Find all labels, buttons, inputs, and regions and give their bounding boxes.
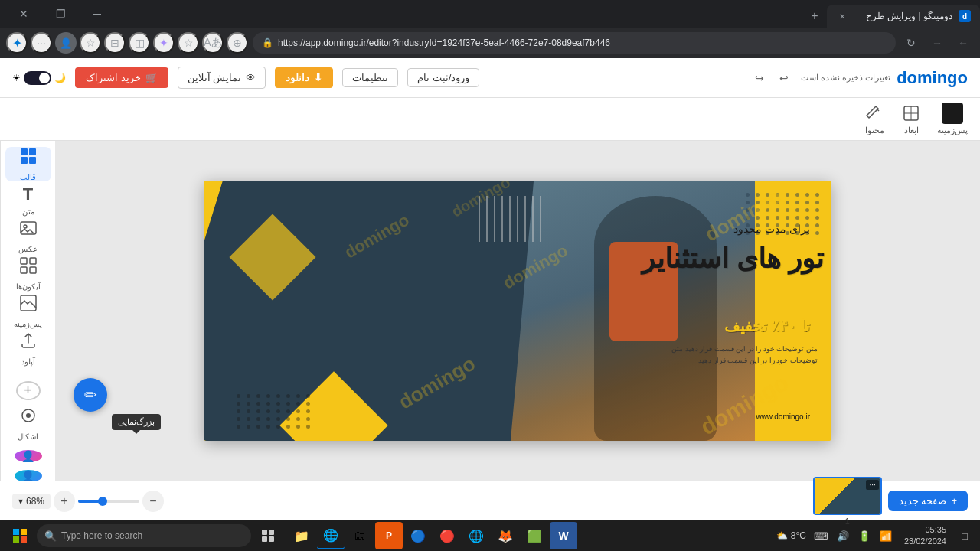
svg-rect-20 — [21, 267, 27, 273]
address-bar[interactable]: 🔒 https://app.domingo.ir/editor?industry… — [253, 32, 896, 54]
favorites-button[interactable]: ☆ — [178, 32, 199, 54]
search-icon: 🔍 — [44, 530, 57, 542]
tab-favicon-1: d — [959, 10, 971, 22]
minimize-button[interactable]: ─ — [80, 0, 115, 28]
zoom-percent-display[interactable]: ▾ 68% — [12, 494, 51, 509]
sidebar-tool-photo[interactable]: عکس — [5, 219, 51, 253]
notification-button[interactable]: □ — [956, 527, 974, 545]
page-1-container: ··· 1 — [813, 477, 882, 526]
svg-rect-14 — [21, 157, 28, 164]
favorites-bar-button[interactable]: ☆ — [80, 32, 101, 54]
back-button[interactable]: ← — [952, 32, 974, 54]
close-button[interactable]: ✕ — [6, 0, 41, 28]
login-button[interactable]: ورود/ثبت نام — [407, 68, 479, 87]
weather-widget[interactable]: ⛅ 8°C — [773, 530, 809, 541]
browser-tab-1[interactable]: d دومینگو | ویرایش طرح ✕ — [827, 5, 980, 28]
zoom-in-button[interactable]: + — [54, 491, 75, 512]
svg-rect-31 — [269, 530, 274, 535]
avatar-2-icon: 👤 — [21, 470, 34, 481]
weather-temp: 8°C — [791, 530, 806, 541]
collections-button[interactable]: ◫ — [129, 32, 150, 54]
canvas-url-text: www.domingo.ir — [756, 412, 810, 421]
taskbar-file-explorer[interactable]: 📁 — [288, 522, 315, 549]
text-label: متن — [22, 207, 34, 216]
background-tool-label: پس‌زمینه — [937, 126, 968, 135]
taskbar-word[interactable]: W — [550, 522, 577, 549]
tab-title-1: دومینگو | ویرایش طرح — [854, 11, 952, 21]
page-options-button[interactable]: ··· — [866, 480, 878, 490]
undo-button[interactable]: ↩ — [773, 67, 795, 89]
taskbar-app7[interactable]: 🔴 — [433, 522, 461, 549]
sound-icon[interactable]: 🔊 — [834, 527, 852, 545]
nav-icons: ⊕ Aあ ☆ ✦ ◫ ⊟ ☆ 👤 ··· ✦ — [6, 32, 248, 54]
tool-content[interactable]: محتوا — [864, 103, 885, 135]
taskbar-edge[interactable]: 🌐 — [317, 522, 345, 549]
tool-dimensions[interactable]: ابعاد — [900, 103, 922, 135]
read-aloud-button[interactable]: Aあ — [202, 32, 224, 54]
taskbar-app11[interactable]: 🟩 — [521, 522, 548, 549]
sidebar-avatar-2[interactable]: 👤 — [15, 470, 42, 481]
canvas-inner: document.currentScript.insertAdjacentHTM… — [204, 181, 831, 441]
taskbar-app5[interactable]: P — [375, 522, 403, 549]
task-view-button[interactable] — [254, 522, 282, 549]
sidebar-tool-template[interactable]: قالب — [5, 147, 51, 181]
sidebar-tool-shapes[interactable]: اشکال — [5, 406, 51, 441]
maximize-button[interactable]: ❐ — [43, 0, 78, 28]
taskbar-chrome[interactable]: 🌐 — [462, 522, 490, 549]
sidebar-tool-upload[interactable]: آپلود — [5, 331, 51, 366]
taskbar-explorer2[interactable]: 🗂 — [346, 522, 374, 549]
background-tool-icon — [942, 103, 963, 124]
taskbar-app6[interactable]: 🔵 — [404, 522, 432, 549]
start-button[interactable] — [6, 522, 34, 549]
settings-button[interactable]: تنظیمات — [342, 68, 398, 87]
taskbar-firefox[interactable]: 🦊 — [492, 522, 519, 549]
split-button[interactable]: ⊟ — [104, 32, 126, 54]
add-page-button[interactable]: + صفحه جدید — [888, 491, 968, 511]
sidebar-add-button[interactable]: + — [16, 381, 41, 400]
system-clock[interactable]: 05:35 23/02/2024 — [898, 524, 952, 548]
profile-button[interactable]: 👤 — [55, 32, 77, 54]
page-1-thumbnail[interactable]: ··· — [813, 477, 882, 515]
sidebar-tool-background[interactable]: پس‌زمینه — [5, 294, 51, 328]
svg-rect-12 — [21, 148, 28, 155]
taskbar-search[interactable]: 🔍 Type here to search — [37, 524, 251, 547]
shapes-label: اشکال — [18, 432, 38, 441]
tool-background[interactable]: پس‌زمینه — [937, 103, 968, 135]
zoom-out-button[interactable]: − — [142, 491, 164, 512]
preview-button[interactable]: 👁 نمایش آنلاین — [178, 67, 266, 89]
sidebar-avatar-1[interactable]: 👤 — [15, 450, 42, 462]
content-tool-label: محتوا — [865, 126, 884, 135]
sidebar-tool-text[interactable]: T متن — [5, 184, 51, 216]
svg-rect-19 — [30, 258, 36, 264]
redo-button[interactable]: ↪ — [749, 67, 770, 89]
keyboard-icon[interactable]: ⌨ — [812, 527, 831, 545]
zoom-slider-thumb[interactable] — [98, 497, 107, 506]
toggle-control[interactable] — [24, 71, 51, 85]
search-placeholder: Type here to search — [61, 530, 142, 541]
refresh-button[interactable]: ↻ — [900, 32, 922, 54]
svg-rect-27 — [21, 529, 27, 535]
forward-button[interactable]: → — [926, 32, 948, 54]
download-button[interactable]: ⬇ دانلود — [275, 67, 333, 88]
tab-close-1[interactable]: ✕ — [836, 10, 848, 22]
floating-action-button[interactable]: ✏ — [74, 378, 107, 412]
template-icon — [19, 147, 38, 170]
share-button[interactable]: 🛒 خرید اشتراک — [75, 67, 168, 88]
upload-icon — [19, 331, 38, 354]
tab-bar: ─ ❐ ✕ d دومینگو | ویرایش طرح ✕ + — [0, 0, 980, 28]
toolbar-right: domingo تغییرات ذخیره نشده است ↩ ↪ — [749, 67, 968, 89]
app-logo: domingo — [897, 68, 968, 88]
canvas-discount-text: تا ۴۰٪ تخفیف — [724, 317, 810, 335]
sidebar-tool-icons[interactable]: آیکون‌ها — [5, 256, 51, 291]
battery-icon[interactable]: 🔋 — [855, 527, 874, 545]
browser-tab-new[interactable]: + — [804, 5, 825, 28]
theme-toggle[interactable]: 🌙 ☀ — [12, 71, 66, 85]
network-icon[interactable]: 📶 — [877, 527, 895, 545]
add-to-apps-button[interactable]: ⊕ — [227, 32, 248, 54]
zoom-slider[interactable] — [78, 500, 139, 503]
shapes-icon — [19, 406, 38, 429]
more-options-button[interactable]: ··· — [31, 32, 52, 54]
copilot-button[interactable]: ✦ — [153, 32, 175, 54]
canvas-limited-text: برای مدت محدود — [733, 223, 810, 235]
edge-copilot-button[interactable]: ✦ — [6, 32, 28, 54]
